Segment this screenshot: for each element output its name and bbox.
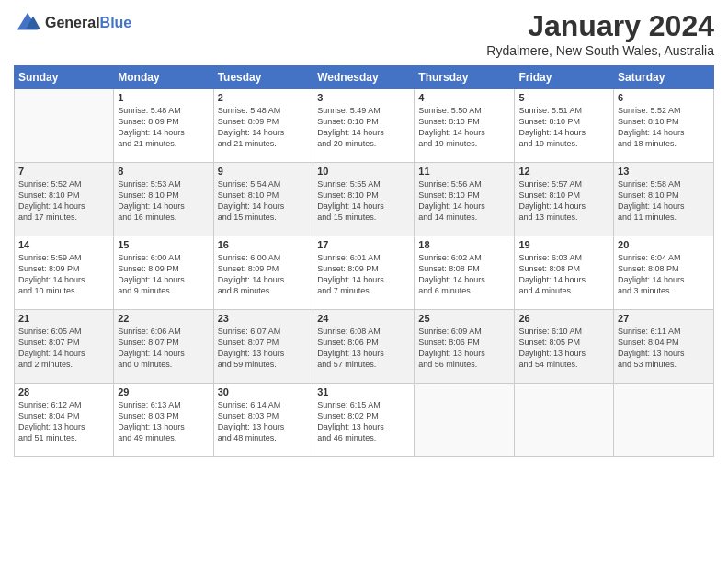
day-info: Sunrise: 5:48 AM Sunset: 8:09 PM Dayligh… xyxy=(118,105,209,150)
calendar-day-cell: 14Sunrise: 5:59 AM Sunset: 8:09 PM Dayli… xyxy=(15,236,114,310)
day-info: Sunrise: 5:58 AM Sunset: 8:10 PM Dayligh… xyxy=(618,178,710,224)
calendar-day-cell: 19Sunrise: 6:03 AM Sunset: 8:08 PM Dayli… xyxy=(515,236,614,310)
calendar-week-row: 1Sunrise: 5:48 AM Sunset: 8:09 PM Daylig… xyxy=(15,89,714,163)
header: GeneralBlue January 2024 Rydalmere, New … xyxy=(14,9,714,58)
calendar-table: SundayMondayTuesdayWednesdayThursdayFrid… xyxy=(14,65,714,457)
day-info: Sunrise: 6:05 AM Sunset: 8:07 PM Dayligh… xyxy=(18,326,109,371)
day-info: Sunrise: 6:10 AM Sunset: 8:05 PM Dayligh… xyxy=(518,326,609,371)
logo-general: General xyxy=(45,15,100,30)
calendar-day-cell xyxy=(415,384,515,457)
location-title: Rydalmere, New South Wales, Australia xyxy=(486,43,714,58)
title-area: January 2024 Rydalmere, New South Wales,… xyxy=(486,9,714,58)
day-info: Sunrise: 6:04 AM Sunset: 8:08 PM Dayligh… xyxy=(618,252,710,297)
day-number: 2 xyxy=(218,92,310,103)
day-number: 9 xyxy=(218,166,310,177)
day-info: Sunrise: 5:50 AM Sunset: 8:10 PM Dayligh… xyxy=(418,105,510,150)
day-info: Sunrise: 6:06 AM Sunset: 8:07 PM Dayligh… xyxy=(118,326,209,371)
calendar-day-cell: 13Sunrise: 5:58 AM Sunset: 8:10 PM Dayli… xyxy=(614,163,714,236)
calendar-day-cell: 9Sunrise: 5:54 AM Sunset: 8:10 PM Daylig… xyxy=(213,163,313,236)
day-info: Sunrise: 5:52 AM Sunset: 8:10 PM Dayligh… xyxy=(18,178,109,224)
day-number: 18 xyxy=(418,239,510,250)
calendar-week-row: 21Sunrise: 6:05 AM Sunset: 8:07 PM Dayli… xyxy=(15,310,714,384)
day-info: Sunrise: 5:59 AM Sunset: 8:09 PM Dayligh… xyxy=(18,252,109,297)
calendar-day-cell: 31Sunrise: 6:15 AM Sunset: 8:02 PM Dayli… xyxy=(313,384,415,457)
logo-blue: Blue xyxy=(100,15,132,30)
calendar-day-cell: 26Sunrise: 6:10 AM Sunset: 8:05 PM Dayli… xyxy=(515,310,614,384)
weekday-header: Wednesday xyxy=(313,66,415,89)
day-info: Sunrise: 5:48 AM Sunset: 8:09 PM Dayligh… xyxy=(218,105,310,150)
logo: GeneralBlue xyxy=(14,9,131,37)
page-container: GeneralBlue January 2024 Rydalmere, New … xyxy=(0,0,728,462)
calendar-day-cell: 29Sunrise: 6:13 AM Sunset: 8:03 PM Dayli… xyxy=(114,384,213,457)
day-info: Sunrise: 6:13 AM Sunset: 8:03 PM Dayligh… xyxy=(118,399,209,444)
day-number: 21 xyxy=(18,313,109,324)
logo-icon xyxy=(14,9,41,37)
day-info: Sunrise: 5:49 AM Sunset: 8:10 PM Dayligh… xyxy=(317,105,410,150)
calendar-day-cell: 6Sunrise: 5:52 AM Sunset: 8:10 PM Daylig… xyxy=(614,89,714,163)
day-number: 23 xyxy=(218,313,310,324)
day-info: Sunrise: 5:54 AM Sunset: 8:10 PM Dayligh… xyxy=(218,178,310,224)
calendar-week-row: 7Sunrise: 5:52 AM Sunset: 8:10 PM Daylig… xyxy=(15,163,714,236)
calendar-day-cell: 12Sunrise: 5:57 AM Sunset: 8:10 PM Dayli… xyxy=(515,163,614,236)
calendar-day-cell xyxy=(15,89,114,163)
day-info: Sunrise: 6:09 AM Sunset: 8:06 PM Dayligh… xyxy=(418,326,510,371)
day-number: 10 xyxy=(317,166,410,177)
day-number: 4 xyxy=(418,92,510,103)
calendar-day-cell: 23Sunrise: 6:07 AM Sunset: 8:07 PM Dayli… xyxy=(213,310,313,384)
day-number: 27 xyxy=(618,313,710,324)
day-number: 11 xyxy=(418,166,510,177)
day-info: Sunrise: 5:57 AM Sunset: 8:10 PM Dayligh… xyxy=(518,178,609,224)
day-number: 25 xyxy=(418,313,510,324)
calendar-day-cell xyxy=(614,384,714,457)
day-number: 16 xyxy=(218,239,310,250)
calendar-day-cell: 20Sunrise: 6:04 AM Sunset: 8:08 PM Dayli… xyxy=(614,236,714,310)
calendar-day-cell: 5Sunrise: 5:51 AM Sunset: 8:10 PM Daylig… xyxy=(515,89,614,163)
day-number: 22 xyxy=(118,313,209,324)
day-number: 3 xyxy=(317,92,410,103)
calendar-day-cell: 3Sunrise: 5:49 AM Sunset: 8:10 PM Daylig… xyxy=(313,89,415,163)
day-info: Sunrise: 6:11 AM Sunset: 8:04 PM Dayligh… xyxy=(618,326,710,371)
calendar-week-row: 14Sunrise: 5:59 AM Sunset: 8:09 PM Dayli… xyxy=(15,236,714,310)
calendar-day-cell: 8Sunrise: 5:53 AM Sunset: 8:10 PM Daylig… xyxy=(114,163,213,236)
day-number: 12 xyxy=(518,166,609,177)
day-number: 29 xyxy=(118,386,209,397)
calendar-day-cell: 27Sunrise: 6:11 AM Sunset: 8:04 PM Dayli… xyxy=(614,310,714,384)
calendar-day-cell: 10Sunrise: 5:55 AM Sunset: 8:10 PM Dayli… xyxy=(313,163,415,236)
weekday-header: Sunday xyxy=(15,66,114,89)
day-number: 31 xyxy=(317,386,410,397)
day-info: Sunrise: 6:02 AM Sunset: 8:08 PM Dayligh… xyxy=(418,252,510,297)
day-info: Sunrise: 6:12 AM Sunset: 8:04 PM Dayligh… xyxy=(18,399,109,444)
calendar-day-cell: 1Sunrise: 5:48 AM Sunset: 8:09 PM Daylig… xyxy=(114,89,213,163)
day-info: Sunrise: 6:07 AM Sunset: 8:07 PM Dayligh… xyxy=(218,326,310,371)
day-number: 5 xyxy=(518,92,609,103)
month-title: January 2024 xyxy=(486,9,714,43)
day-number: 1 xyxy=(118,92,209,103)
day-info: Sunrise: 5:53 AM Sunset: 8:10 PM Dayligh… xyxy=(118,178,209,224)
weekday-header: Thursday xyxy=(415,66,515,89)
day-number: 24 xyxy=(317,313,410,324)
day-number: 6 xyxy=(618,92,710,103)
day-number: 30 xyxy=(218,386,310,397)
calendar-day-cell xyxy=(515,384,614,457)
weekday-header: Monday xyxy=(114,66,213,89)
day-number: 20 xyxy=(618,239,710,250)
day-info: Sunrise: 5:55 AM Sunset: 8:10 PM Dayligh… xyxy=(317,178,410,224)
calendar-day-cell: 18Sunrise: 6:02 AM Sunset: 8:08 PM Dayli… xyxy=(415,236,515,310)
calendar-day-cell: 7Sunrise: 5:52 AM Sunset: 8:10 PM Daylig… xyxy=(15,163,114,236)
day-number: 14 xyxy=(18,239,109,250)
calendar-day-cell: 2Sunrise: 5:48 AM Sunset: 8:09 PM Daylig… xyxy=(213,89,313,163)
weekday-header: Tuesday xyxy=(213,66,313,89)
day-number: 13 xyxy=(618,166,710,177)
day-number: 8 xyxy=(118,166,209,177)
calendar-day-cell: 21Sunrise: 6:05 AM Sunset: 8:07 PM Dayli… xyxy=(15,310,114,384)
day-number: 17 xyxy=(317,239,410,250)
day-info: Sunrise: 6:15 AM Sunset: 8:02 PM Dayligh… xyxy=(317,399,410,444)
calendar-day-cell: 4Sunrise: 5:50 AM Sunset: 8:10 PM Daylig… xyxy=(415,89,515,163)
day-number: 19 xyxy=(518,239,609,250)
calendar-day-cell: 30Sunrise: 6:14 AM Sunset: 8:03 PM Dayli… xyxy=(213,384,313,457)
day-number: 15 xyxy=(118,239,209,250)
weekday-header: Friday xyxy=(515,66,614,89)
day-info: Sunrise: 5:52 AM Sunset: 8:10 PM Dayligh… xyxy=(618,105,710,150)
day-info: Sunrise: 5:56 AM Sunset: 8:10 PM Dayligh… xyxy=(418,178,510,224)
day-number: 26 xyxy=(518,313,609,324)
